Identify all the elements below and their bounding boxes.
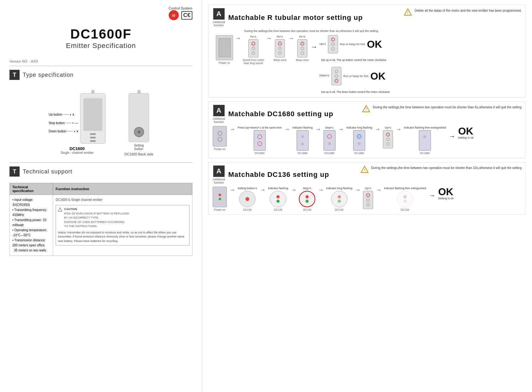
- up-button-label: Up button •∧: [49, 112, 79, 117]
- rc-dc1680-down: [386, 142, 390, 146]
- dc136-step-stop: Stop×1 DC136: [299, 187, 315, 211]
- header-top: Control System ic C€: [9, 6, 192, 20]
- dc136-setting-ok: Setting is ok: [438, 197, 453, 200]
- dc136-warning-icon: !: [360, 166, 369, 174]
- big-arrow-right: →: [311, 43, 317, 51]
- p2x1-third-label: P₂×1: [299, 35, 305, 38]
- dc1680-warning-text: During the settings,the time between two…: [373, 105, 522, 110]
- tubular-step-p2x1-first: P₂×1 Sound from motorhear long sound: [243, 35, 264, 65]
- tech-section-header: T Technical support: [9, 166, 192, 177]
- dc1680-warning: ! During the settings,the time between t…: [362, 105, 522, 113]
- rc-btn-mid-2: [278, 47, 281, 50]
- dc136-additional-fn: Additionalfunction: [213, 178, 225, 184]
- dc1680-ok-text: OK: [458, 126, 473, 136]
- rc-btn-down-3: [301, 51, 304, 55]
- dc1680-stop-label: Stop×1: [325, 126, 334, 129]
- dc1680-additional-fn: Additionalfunction: [213, 117, 225, 124]
- dc136-arrow-4: →: [318, 187, 323, 193]
- dc1600-back-device: Settingbutton DC1600 Back side: [124, 86, 153, 156]
- ok-down: OK: [370, 71, 385, 81]
- dc136-longflash-label: Indicator long flashing: [326, 187, 352, 190]
- arrow-1: →: [235, 35, 241, 42]
- dc1680-step-flash-ext: Indicator flashing then extinguished ❄ ❄…: [404, 126, 446, 155]
- dc1600-back-caption: DC1600 Back side: [124, 152, 153, 156]
- dc136-step-upx1: Up×1: [363, 187, 373, 209]
- rc2-down-btn: [335, 79, 338, 82]
- caution-title: CAUTION: [64, 207, 129, 212]
- remote-dc1680-up: [383, 130, 393, 148]
- rc2-mid-btn: [335, 75, 338, 78]
- tech-function-content: DC1600 is Single channel emitter ! CAUTI…: [53, 195, 192, 256]
- dc136-label-3: DC136: [303, 208, 311, 211]
- dc1680-title-group: A Additionalfunction Matchable DC1680 se…: [213, 105, 333, 124]
- rc-down-btn: [331, 47, 335, 51]
- dc136-stop-device: [299, 191, 315, 207]
- dc1680-press-label: Press (up+down)×1 at the same time: [238, 126, 281, 129]
- tech-support-section: T Technical support Technical specificat…: [9, 162, 192, 256]
- dc1680-btn-bot-1: [257, 142, 262, 146]
- tubular-title: Matchable R tubular motor setting up: [228, 14, 363, 22]
- set-ok-down-desc: Set up is ok. The down button control th…: [321, 90, 390, 94]
- dc1680-step-upx1: Up×1: [383, 126, 393, 148]
- dc136-ok-section: OK Setting is ok: [438, 187, 453, 200]
- tubular-warning-text: Delete all the datas of the motor and th…: [414, 8, 522, 13]
- arrow-3: →: [288, 35, 294, 42]
- control-system-label: Control System: [9, 6, 192, 10]
- rc-dc1680-mid: [386, 138, 390, 141]
- dc136-ok-text: OK: [438, 187, 453, 197]
- rc-up-btn: [331, 38, 335, 41]
- tubular-updown-section: Up×1 Run or beep for hint OK Set up is o…: [319, 35, 390, 94]
- beep-once-1-label: Beep once: [274, 58, 287, 62]
- emitter-diagram: Up button •∧ Stop button •— Down button …: [9, 86, 192, 156]
- dc136-title-group: A Additionalfunction Matchable DC136 set…: [213, 166, 329, 184]
- dc1680-device-4: ❄: [353, 130, 365, 151]
- dc1680-btn-top-1: [257, 135, 262, 139]
- dc1680-btn-blue: [357, 134, 361, 139]
- remote-p2x1-third: [297, 39, 307, 57]
- section-dc1680: A Additionalfunction Matchable DC1680 se…: [209, 101, 526, 158]
- rc-btn-mid-3: [301, 47, 304, 50]
- arrow-2: →: [266, 35, 272, 42]
- rc-btn-down: [252, 51, 255, 55]
- dc1680-power-on: Power on: [214, 148, 226, 151]
- remote-p2x1-second: [275, 39, 285, 57]
- dc136-flash1-label: Indicator flashing: [268, 187, 288, 190]
- dc136-step-flash1: Indicator flashing DC136: [268, 187, 288, 211]
- dc1680-device-1: [254, 130, 266, 151]
- down-button-label: Down button •∨: [49, 129, 79, 133]
- dc1680-device-2: ❄ ❄: [297, 130, 309, 151]
- dc1680-then-label: Indicator flashing then extinguished: [404, 126, 446, 129]
- ok-up: OK: [367, 39, 382, 49]
- tubular-timing-note: During the settings,the time between two…: [244, 29, 522, 33]
- rc-btn-up-3: [301, 42, 304, 45]
- rc-dc136-up: [366, 194, 370, 197]
- tubular-step-poweron: Power on: [216, 35, 233, 64]
- dc136-step-flash-ext: Indicator flashing then extinguished DC1…: [384, 187, 426, 211]
- svg-text:!: !: [60, 209, 60, 211]
- tubular-additional-fn: Additionalfunction: [213, 21, 225, 27]
- upx1-label: Up×1: [319, 42, 326, 45]
- dc136-flow: Power on → Setting button×1 DC136 → Indi…: [213, 187, 522, 211]
- dc136-step-setbtn: Setting button×1 DC136: [238, 187, 257, 211]
- dc1680-a-icon: A: [213, 105, 225, 116]
- dc1680-device-5: ❄ ❄: [419, 130, 431, 151]
- tubular-header-row: A Additionalfunction Matchable R tubular…: [213, 8, 522, 27]
- dc1680-step-stop: Stop×1 ❄ DC1680: [323, 126, 336, 155]
- dc136-label-2: DC136: [274, 208, 282, 211]
- dc1680-arrow-3: →: [315, 126, 321, 133]
- type-section-header: T Type specification: [9, 70, 192, 80]
- remote-down: [331, 67, 342, 85]
- dc1600-device: Up button •∧ Stop button •— Down button …: [49, 86, 106, 154]
- dc136-label-4: DC136: [335, 208, 343, 211]
- dc136-label-5: DC136: [401, 208, 409, 211]
- p2x1-first-label: P₂×1: [250, 35, 256, 38]
- svg-text:!: !: [366, 107, 367, 111]
- dc1680-step-power: Power on: [213, 126, 227, 151]
- dc136-step-power: Power on: [213, 187, 227, 211]
- dc1680-step-longflash: Indicator long flashing ❄ DC1680: [346, 126, 372, 155]
- dc1680-step-flash1: Indicator flashing ❄ ❄ DC1680: [292, 126, 312, 155]
- dc1680-setting-ok: Setting is ok: [458, 136, 474, 139]
- dc1680-arrow-2: →: [284, 126, 290, 133]
- run-beep-up-label: Run or beep for hint: [340, 43, 365, 46]
- dc136-title: Matchable DC136 setting up: [228, 171, 329, 179]
